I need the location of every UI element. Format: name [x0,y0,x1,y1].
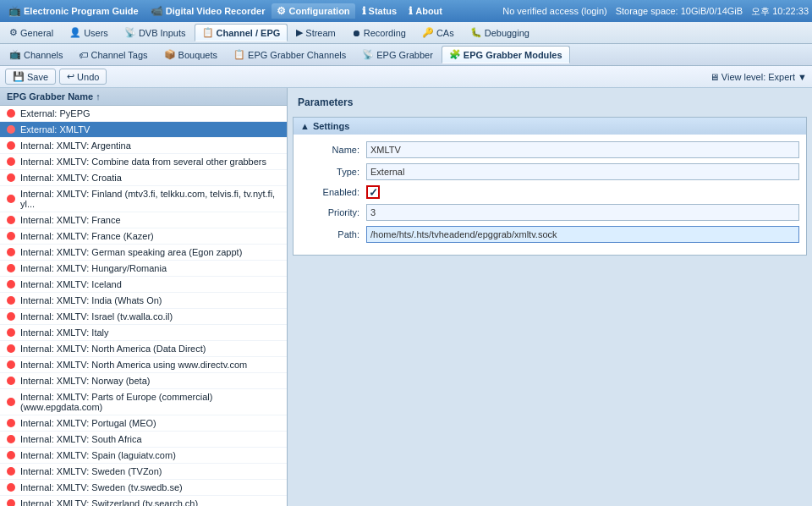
priority-input[interactable] [366,204,799,221]
settings-section: ▲ Settings Name: Type: Enabled: [293,117,807,256]
field-path: Path: [300,226,799,243]
tab-channel-epg[interactable]: 📋 Channel / EPG [195,24,288,41]
status-dot [7,483,15,492]
status-dot [7,435,15,443]
status-dot [7,296,15,305]
dvb-icon: 📡 [124,27,136,38]
save-button[interactable]: 💾 Save [5,69,56,85]
storage-info: Storage space: 10GiB/0/14GiB [616,6,743,16]
list-item[interactable]: Internal: XMLTV: Hungary/Romania [0,261,287,277]
tab-epg-grabber[interactable]: 📡 EPG Grabber [354,46,441,63]
list-item[interactable]: Internal: XMLTV: Sweden (tv.swedb.se) [0,480,287,496]
right-panel: Parameters ▲ Settings Name: Type: [288,88,812,506]
epg-grabber-icon: 📡 [362,49,374,60]
path-input[interactable] [366,226,799,243]
status-dot [7,216,15,224]
tab-epg-grabber-channels[interactable]: 📋 EPG Grabber Channels [226,46,354,63]
status-dot [7,451,15,459]
checkmark-icon: ✓ [369,186,378,199]
status-dot [7,232,15,240]
status-dot [7,109,15,118]
list-item[interactable]: Internal: XMLTV: Argentina [0,138,287,154]
status-dot [7,419,15,427]
toolbar: 💾 Save ↩ Undo 🖥 View level: Expert ▼ [0,66,812,88]
main-content: EPG Grabber Name ↑ External: PyEPG Exter… [0,88,812,506]
list-item[interactable]: Internal: XMLTV: Sweden (TVZon) [0,464,287,480]
list-item[interactable]: Internal: XMLTV: Combine data from sever… [0,154,287,170]
list-item[interactable]: Internal: XMLTV: Iceland [0,277,287,293]
priority-label: Priority: [300,207,359,217]
list-item[interactable]: Internal: XMLTV: Finland (mtv3.fi, telkk… [0,186,287,212]
list-header[interactable]: EPG Grabber Name ↑ [0,88,287,106]
clock: 오후 10:22:33 [751,5,809,18]
topbar-status[interactable]: ℹ Status [357,3,403,19]
tab-epg-grabber-modules[interactable]: 🧩 EPG Grabber Modules [442,46,570,63]
view-level-arrow: ▼ [798,72,807,82]
type-label: Type: [300,167,359,177]
list-item[interactable]: External: XMLTV [0,122,287,138]
list-item[interactable]: Internal: XMLTV: Croatia [0,170,287,186]
status-dot [7,467,15,476]
list-item[interactable]: Internal: XMLTV: South Africa [0,432,287,448]
enabled-checkbox[interactable]: ✓ [366,185,380,199]
stream-icon: ▶ [296,27,303,38]
undo-button[interactable]: ↩ Undo [59,69,107,85]
tab-recording[interactable]: ⏺ Recording [344,25,414,41]
list-item[interactable]: Internal: XMLTV: German speaking area (E… [0,245,287,261]
access-info: No verified access (login) [502,6,607,16]
tab-debugging[interactable]: 🐛 Debugging [463,24,537,41]
name-input[interactable] [366,141,799,158]
epg-grabber-list[interactable]: External: PyEPG External: XMLTV Internal… [0,106,287,506]
status-dot [7,398,15,406]
list-item[interactable]: External: PyEPG [0,106,287,122]
list-item[interactable]: Internal: XMLTV: France [0,212,287,228]
status-dot [7,141,15,150]
list-item[interactable]: Internal: XMLTV: Parts of Europe (commer… [0,389,287,415]
list-item[interactable]: Internal: XMLTV: India (Whats On) [0,293,287,309]
tab-bouquets[interactable]: 📦 Bouquets [156,46,225,63]
settings-header[interactable]: ▲ Settings [294,118,806,135]
debug-icon: 🐛 [470,27,482,38]
status-dot [7,248,15,256]
channels-icon: 📺 [9,49,21,60]
status-dot [7,328,15,337]
topbar-right: No verified access (login) Storage space… [502,5,809,18]
tags-icon: 🏷 [79,50,88,60]
tab-channels[interactable]: 📺 Channels [2,46,70,63]
list-item[interactable]: Internal: XMLTV: Norway (beta) [0,373,287,389]
list-item[interactable]: Internal: XMLTV: Portugal (MEO) [0,415,287,432]
status-dot [7,280,15,289]
list-header-text: EPG Grabber Name ↑ [7,91,101,102]
status-dot [7,377,15,385]
cas-icon: 🔑 [422,27,434,38]
list-item[interactable]: Internal: XMLTV: Italy [0,325,287,341]
list-item[interactable]: Internal: XMLTV: North America using www… [0,357,287,373]
about-icon: ℹ [409,5,413,17]
tab-general[interactable]: ⚙ General [2,24,61,41]
tab-dvb-inputs[interactable]: 📡 DVB Inputs [117,24,194,41]
type-input[interactable] [366,163,799,180]
list-item[interactable]: Internal: XMLTV: Switzerland (tv.search.… [0,496,287,506]
field-name: Name: [300,141,799,158]
list-item[interactable]: Internal: XMLTV: Spain (laguiatv.com) [0,448,287,464]
list-item[interactable]: Internal: XMLTV: France (Kazer) [0,228,287,245]
topbar-about[interactable]: ℹ About [403,3,447,19]
status-dot [7,312,15,321]
recording-icon: ⏺ [352,28,361,38]
topbar-dvr[interactable]: 📹 Digital Video Recorder [145,3,271,19]
list-item[interactable]: Internal: XMLTV: Israel (tv.walla.co.il) [0,309,287,325]
view-level[interactable]: 🖥 View level: Expert ▼ [710,72,807,82]
users-icon: 👤 [69,27,81,38]
topbar-epg[interactable]: 📺 Electronic Program Guide [3,3,144,19]
collapse-icon: ▲ [300,121,310,131]
epg-channels-icon: 📋 [233,49,245,60]
tab-users[interactable]: 👤 Users [62,24,116,41]
enabled-label: Enabled: [300,187,359,197]
tab-stream[interactable]: ▶ Stream [288,24,343,41]
tab-channel-tags[interactable]: 🏷 Channel Tags [71,47,155,63]
topbar-configuration[interactable]: ⚙ Configuration [272,3,354,19]
status-dot [7,125,15,134]
tab-cas[interactable]: 🔑 CAs [414,24,462,41]
list-item[interactable]: Internal: XMLTV: North America (Data Dir… [0,341,287,357]
video-icon: 📹 [151,5,163,17]
